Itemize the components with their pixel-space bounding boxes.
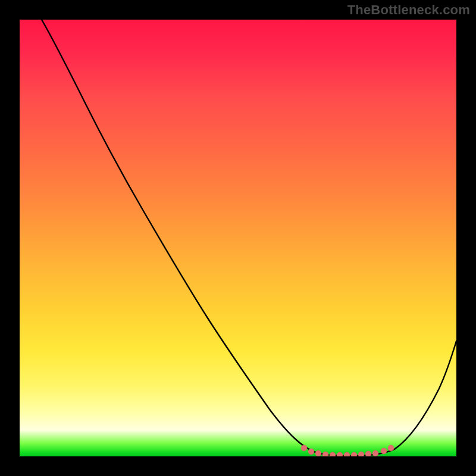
- svg-point-7: [351, 452, 357, 456]
- curve-svg: [20, 20, 456, 456]
- svg-point-11: [381, 448, 387, 454]
- svg-point-10: [372, 450, 378, 456]
- svg-point-8: [358, 452, 364, 456]
- svg-point-0: [301, 445, 307, 451]
- svg-point-1: [308, 449, 314, 455]
- svg-point-9: [365, 451, 371, 456]
- svg-point-5: [337, 452, 343, 456]
- svg-point-12: [388, 445, 394, 451]
- svg-point-2: [315, 450, 321, 456]
- chart-frame: TheBottleneck.com: [0, 0, 476, 476]
- plot-area: [20, 20, 456, 456]
- svg-point-6: [344, 452, 350, 456]
- main-curve-path: [42, 20, 456, 456]
- svg-point-4: [330, 452, 336, 456]
- watermark-text: TheBottleneck.com: [347, 2, 470, 18]
- valley-markers: [301, 445, 394, 456]
- svg-point-3: [322, 452, 328, 456]
